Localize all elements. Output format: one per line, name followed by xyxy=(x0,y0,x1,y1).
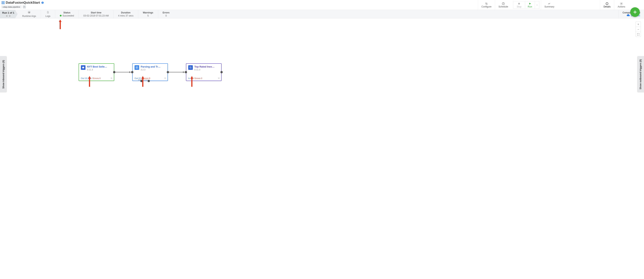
runbar-spacer xyxy=(174,10,618,18)
start-time-cell: Start time 03-02-2019 07:01:23 AM xyxy=(79,10,114,18)
add-tag-button[interactable]: + xyxy=(23,5,26,9)
run-label: Run xyxy=(528,5,532,8)
node-error-port[interactable] xyxy=(148,80,150,82)
annotation-arrow-node2 xyxy=(142,76,144,87)
summary-button[interactable]: Summary xyxy=(541,0,558,10)
play-icon xyxy=(528,2,531,5)
fullscreen-icon xyxy=(637,33,640,36)
node-title-wrap: Top Rated Inex… 0.11.3 xyxy=(194,65,214,71)
title-block: DataFusionQuickStart i cdap-data-pipelin… xyxy=(0,0,46,10)
run-nav-arrows[interactable]: ◀ ▶ xyxy=(6,15,11,17)
info-outline-icon xyxy=(606,2,608,5)
info-icon[interactable]: i xyxy=(41,1,44,4)
edge-2-3 xyxy=(169,72,185,72)
run-button[interactable]: Run xyxy=(525,1,535,9)
gcs-source-icon xyxy=(81,65,86,70)
node-stats: Out 10,195 / Errors 0 xyxy=(81,77,112,79)
node-version: 0.11.3 xyxy=(87,69,107,71)
plus-icon xyxy=(633,10,637,15)
node-header: Parsing and Tr… 3.2.3 xyxy=(134,65,166,71)
schedule-button[interactable]: Schedule xyxy=(495,0,512,10)
run-nav: Run 1 of 1 ◀ ▶ xyxy=(0,10,18,18)
warnings-value: 5 xyxy=(148,15,149,17)
start-time-value: 03-02-2019 07:01:23 AM xyxy=(84,15,109,17)
prev-run-icon[interactable]: ◀ xyxy=(6,15,7,17)
details-button[interactable]: Details xyxy=(600,0,614,10)
actions-button[interactable]: Actions xyxy=(614,0,629,10)
configure-label: Configure xyxy=(482,5,492,8)
stop-icon xyxy=(518,2,520,5)
run-info-bar: Run 1 of 1 ◀ ▶ M Runtime Args Logs Statu… xyxy=(0,10,644,19)
duration-value: 4 mins 37 secs xyxy=(118,15,134,17)
node-errors: Errors 0 xyxy=(93,77,100,79)
node-output-port[interactable] xyxy=(220,71,223,73)
node-input-port[interactable] xyxy=(131,71,134,73)
app-title: DataFusionQuickStart xyxy=(6,1,40,5)
node-menu-icon[interactable]: ≡ xyxy=(110,77,112,79)
node-source[interactable]: NYT Best Selle… 0.11.3 Out 10,195 / Erro… xyxy=(78,63,114,81)
pipeline-canvas[interactable]: + − Show inbound triggers (0) Show outbo… xyxy=(0,19,644,279)
node-output-port[interactable] xyxy=(167,71,169,73)
zoom-in-button[interactable]: + xyxy=(636,22,641,27)
tag-line: cdap-data-pipeline + xyxy=(1,5,44,9)
svg-point-2 xyxy=(486,3,486,4)
chart-line-icon xyxy=(548,2,551,5)
wrangler-icon xyxy=(134,65,139,70)
start-time-header: Start time xyxy=(91,11,101,14)
node-transform[interactable]: Parsing and Tr… 3.2.3 Out 22 / Errors 0 … xyxy=(132,63,168,81)
outbound-triggers-tab[interactable]: Show outbound triggers (0) xyxy=(637,56,644,93)
node-output-port[interactable] xyxy=(113,71,116,73)
duration-cell: Duration 4 mins 37 secs xyxy=(114,10,138,18)
node-title-wrap: NYT Best Selle… 0.11.3 xyxy=(87,65,107,71)
svg-text:M: M xyxy=(28,12,30,13)
inbound-triggers-label: Show inbound triggers (0) xyxy=(2,60,5,89)
annotation-arrow-node3 xyxy=(190,76,193,87)
node-title: NYT Best Selle… xyxy=(87,65,107,68)
warnings-header: Warnings xyxy=(143,11,153,14)
runtime-args-label: Runtime Args xyxy=(22,15,36,18)
svg-point-3 xyxy=(487,4,487,5)
cloud-icon xyxy=(627,14,630,17)
node-header: NYT Best Selle… 0.11.3 xyxy=(81,65,112,71)
stop-button: Stop xyxy=(513,1,525,9)
next-run-icon[interactable]: ▶ xyxy=(9,15,11,17)
node-version: 3.2.3 xyxy=(141,69,160,71)
logs-label: Logs xyxy=(46,15,50,18)
gear-icon xyxy=(620,2,623,5)
node-header: Top Rated Inex… 0.11.3 xyxy=(188,65,219,71)
outbound-triggers-label: Show outbound triggers (0) xyxy=(639,59,642,89)
svg-rect-5 xyxy=(518,3,520,4)
zoom-out-button[interactable]: − xyxy=(636,27,641,32)
runtime-args-button[interactable]: M Runtime Args xyxy=(18,10,41,18)
clock-icon xyxy=(502,2,505,5)
svg-marker-10 xyxy=(82,67,84,69)
toolbar: Configure Schedule Stop Run xyxy=(478,0,644,10)
stop-label: Stop xyxy=(517,5,522,8)
logs-button[interactable]: Logs xyxy=(41,10,55,18)
app-logo-icon xyxy=(1,1,5,5)
node-input-port[interactable] xyxy=(185,71,187,73)
configure-button[interactable]: Configure xyxy=(478,0,495,10)
inbound-triggers-tab[interactable]: Show inbound triggers (0) xyxy=(0,56,7,93)
top-header: DataFusionQuickStart i cdap-data-pipelin… xyxy=(0,0,644,10)
errors-value: 0 xyxy=(166,15,167,17)
bigquery-sink-icon xyxy=(188,65,193,70)
pipeline-type-tag: cdap-data-pipeline xyxy=(1,5,22,9)
add-pipeline-fab[interactable] xyxy=(630,7,640,17)
node-menu-icon[interactable]: ≡ xyxy=(164,77,166,79)
node-title: Parsing and Tr… xyxy=(141,65,160,68)
status-cell: Status Succeeded xyxy=(55,10,79,18)
run-dropdown[interactable] xyxy=(535,1,539,9)
sliders-icon xyxy=(485,2,488,5)
app-title-line: DataFusionQuickStart i xyxy=(1,1,44,5)
header-spacer xyxy=(46,0,478,10)
fit-screen-button[interactable] xyxy=(636,32,641,37)
duration-header: Duration xyxy=(121,11,130,14)
node-menu-icon[interactable]: ≡ xyxy=(218,77,220,79)
m-icon: M xyxy=(28,11,31,15)
errors-header: Errors xyxy=(163,11,170,14)
status-dot-icon xyxy=(60,15,62,17)
node-version: 0.11.3 xyxy=(194,69,214,71)
zoom-controls: + − xyxy=(636,22,641,37)
toolbar-gap xyxy=(558,0,600,10)
